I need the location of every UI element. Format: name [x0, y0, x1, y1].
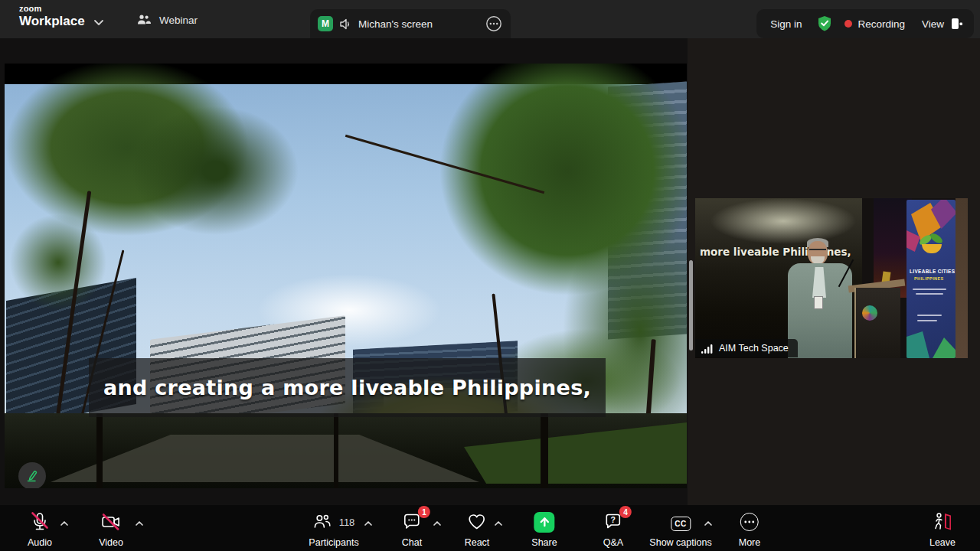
more-label: More	[739, 537, 760, 548]
tab-webinar[interactable]: Webinar	[129, 8, 205, 32]
audio-options-chevron[interactable]	[60, 517, 69, 529]
share-button[interactable]: Share	[531, 511, 557, 548]
meeting-stage: and creating a more liveable Philippines…	[0, 38, 980, 505]
pencil-icon	[25, 469, 39, 483]
participants-icon	[313, 513, 333, 531]
zoom-workplace-logo[interactable]: zoom Workplace	[19, 5, 85, 28]
logo-zoom-text: zoom	[19, 5, 85, 13]
security-shield-icon[interactable]	[817, 15, 832, 32]
tile-lectern-logo	[862, 305, 877, 321]
react-options-chevron[interactable]	[494, 517, 503, 529]
banner-shape	[933, 337, 956, 358]
video-ground	[5, 413, 687, 488]
sidebar-resize-handle[interactable]	[689, 260, 693, 350]
screen-share-tab-label: Michan's screen	[358, 18, 479, 30]
sign-in-button[interactable]: Sign in	[767, 18, 805, 30]
recording-dot-icon	[844, 20, 852, 28]
chevron-up-icon	[494, 520, 503, 527]
video-button[interactable]: Video	[99, 511, 123, 548]
more-ellipsis-icon	[740, 513, 759, 531]
avatar: M	[318, 16, 333, 31]
chat-options-chevron[interactable]	[433, 517, 442, 529]
recording-indicator[interactable]: Recording	[844, 18, 905, 30]
share-label: Share	[531, 537, 557, 548]
banner-hand-logo	[922, 244, 942, 253]
tab-more-button[interactable]	[485, 15, 503, 33]
microphone-muted-icon	[30, 511, 50, 533]
captions-options-chevron[interactable]	[704, 517, 713, 529]
participants-options-chevron[interactable]	[364, 517, 373, 529]
chevron-up-icon	[704, 520, 713, 527]
leave-button[interactable]: Leave	[929, 511, 956, 548]
participants-button[interactable]: 118 Participants	[309, 511, 358, 548]
view-label: View	[922, 18, 944, 30]
chevron-up-icon	[433, 520, 442, 527]
leave-door-icon	[932, 512, 953, 532]
share-screen-icon	[534, 512, 554, 533]
zoom-app-window: zoom Workplace Webinar M Michan's screen	[0, 0, 980, 551]
chat-button[interactable]: 1 Chat	[402, 511, 422, 548]
video-sidebar: more liveable Philippines,	[688, 38, 980, 505]
tile-screen-caption: more liveable Philippines,	[700, 246, 851, 258]
qa-badge: 4	[619, 506, 632, 518]
heart-icon	[467, 513, 487, 531]
workspace-chevron-down-icon[interactable]	[93, 18, 104, 26]
banner-leaf-logo	[929, 232, 944, 246]
chevron-up-icon	[60, 520, 69, 527]
react-label: React	[465, 537, 490, 548]
tile-wall	[956, 198, 968, 358]
video-caption-band: and creating a more liveable Philippines…	[89, 358, 606, 417]
top-bar: zoom Workplace Webinar M Michan's screen	[0, 0, 980, 38]
banner-shape	[906, 331, 929, 358]
qa-button[interactable]: ? 4 Q&A	[603, 511, 623, 548]
banner-subtitle: PHILIPPINES	[914, 276, 944, 281]
react-button[interactable]: React	[465, 511, 490, 548]
video-silhouette	[96, 413, 103, 488]
view-layout-icon	[949, 17, 963, 31]
webinar-tab-label: Webinar	[159, 15, 198, 26]
video-options-chevron[interactable]	[135, 517, 144, 529]
video-path	[51, 435, 479, 482]
banner-text-bar	[917, 320, 937, 321]
svg-text:?: ?	[611, 515, 616, 524]
tile-lectern	[854, 288, 900, 358]
video-foliage	[96, 79, 334, 262]
video-silhouette	[541, 413, 548, 488]
tab-michans-screen[interactable]: M Michan's screen	[310, 9, 511, 38]
leave-label: Leave	[929, 537, 956, 548]
chevron-up-icon	[135, 520, 144, 527]
show-captions-button[interactable]: CC Show captions	[649, 511, 711, 548]
more-button[interactable]: More	[739, 511, 760, 548]
closed-captions-icon: CC	[671, 517, 691, 531]
speaker-audio-icon	[339, 18, 352, 30]
annotate-button[interactable]	[18, 462, 46, 488]
video-silhouette	[334, 413, 338, 488]
connection-bars-icon	[701, 344, 714, 354]
participants-label: Participants	[309, 537, 358, 548]
webinar-people-icon	[136, 14, 152, 27]
view-button[interactable]: View	[917, 17, 963, 31]
shared-screen-area: and creating a more liveable Philippines…	[0, 38, 688, 505]
camera-off-icon	[100, 511, 122, 533]
video-lawn	[464, 422, 687, 484]
speaker-id-badge	[814, 296, 823, 309]
tile-screen-highlight	[710, 198, 856, 244]
banner-text-bar	[917, 315, 942, 316]
speaker-name-label: AIM Tech Space	[695, 339, 798, 357]
recording-label: Recording	[858, 18, 905, 30]
chevron-up-icon	[364, 520, 373, 527]
speaker-name-text: AIM Tech Space	[719, 343, 789, 354]
speaker-video-tile[interactable]: more liveable Philippines,	[695, 198, 968, 358]
shared-screen-video[interactable]: and creating a more liveable Philippines…	[5, 64, 687, 488]
qa-label: Q&A	[603, 537, 623, 548]
video-caption-text: and creating a more liveable Philippines…	[103, 376, 591, 399]
speaker-glasses	[809, 249, 826, 250]
topbar-right-cluster: Sign in Recording View	[756, 9, 974, 38]
chat-label: Chat	[402, 537, 422, 548]
chat-badge: 1	[418, 506, 430, 518]
logo-workplace-text: Workplace	[19, 15, 85, 28]
banner-text-bar	[913, 289, 946, 290]
banner-text-bar	[916, 293, 943, 295]
audio-label: Audio	[28, 537, 52, 548]
audio-button[interactable]: Audio	[28, 511, 52, 548]
